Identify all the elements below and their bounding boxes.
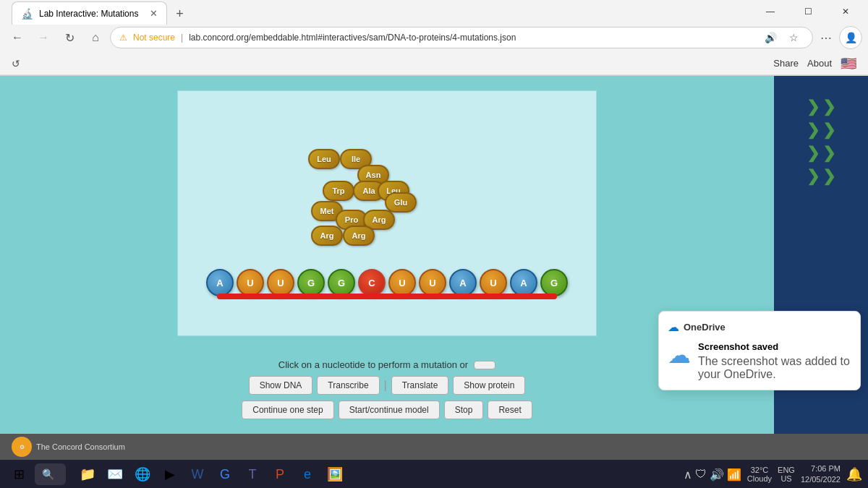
url-text: lab.concord.org/embeddable.html#interact… xyxy=(189,33,516,43)
stop-button[interactable]: Stop xyxy=(444,401,484,419)
nucleotide-3[interactable]: G xyxy=(297,269,325,296)
read-aloud-icon[interactable]: 🔊 xyxy=(760,27,780,48)
amino-acid-arg3: Arg xyxy=(343,226,375,246)
taskbar-powerpoint[interactable]: P xyxy=(267,461,293,487)
time: 7:06 PM xyxy=(801,463,841,474)
show-dna-button[interactable]: Show DNA xyxy=(249,376,313,395)
network-icon[interactable]: 📶 xyxy=(727,468,741,481)
taskbar-search[interactable]: 🔍 xyxy=(35,463,66,485)
new-tab-button[interactable]: + xyxy=(169,3,190,25)
region: US xyxy=(778,474,795,483)
language-flag: 🇺🇸 xyxy=(841,56,856,72)
chevron-8: ❯ xyxy=(822,167,835,186)
about-label[interactable]: About xyxy=(807,58,832,69)
address-bar-row: ← → ↻ ⌂ ⚠ Not secure | lab.concord.org/e… xyxy=(0,23,868,52)
nucleotide-1[interactable]: U xyxy=(237,269,264,296)
nucleotide-11[interactable]: G xyxy=(540,269,568,296)
nucleotide-9[interactable]: U xyxy=(480,269,507,296)
onedrive-notification: ☁ OneDrive ☁ Screenshot saved The screen… xyxy=(658,311,861,390)
address-bar[interactable]: ⚠ Not secure | lab.concord.org/embeddabl… xyxy=(110,27,813,48)
show-protein-button[interactable]: Show protein xyxy=(453,376,525,395)
chevron-1: ❯ xyxy=(807,98,820,116)
onedrive-title: Screenshot saved xyxy=(698,341,851,352)
lang-region: ENG US xyxy=(778,466,795,483)
nucleotide-7[interactable]: U xyxy=(419,269,446,296)
concord-logo: ⊙ The Concord Consortium xyxy=(12,437,125,457)
datetime: 7:06 PM 12/05/2022 xyxy=(801,463,841,486)
up-arrow-icon[interactable]: ∧ xyxy=(684,468,692,481)
system-tray: ∧ 🛡 🔊 📶 xyxy=(684,468,741,481)
tab-favicon: 🔬 xyxy=(21,8,33,20)
taskbar-mail[interactable]: ✉️ xyxy=(102,461,128,487)
address-bar-actions: 🔊 ☆ xyxy=(760,27,804,48)
onedrive-body: The screenshot was added to your OneDriv… xyxy=(698,355,851,381)
taskbar-teams[interactable]: T xyxy=(239,461,265,487)
active-tab[interactable]: 🔬 Lab Interactive: Mutations ✕ xyxy=(12,1,167,25)
taskbar-browser2[interactable]: e xyxy=(294,461,320,487)
back-button[interactable]: ← xyxy=(6,26,29,49)
volume-icon[interactable]: 🔊 xyxy=(710,468,724,481)
profile-avatar[interactable]: 👤 xyxy=(839,26,862,49)
minimize-button[interactable]: — xyxy=(754,0,787,23)
concord-name: The Concord Consortium xyxy=(36,442,125,451)
concord-footer: ⊙ The Concord Consortium xyxy=(0,434,868,460)
taskbar-word[interactable]: W xyxy=(184,461,210,487)
forward-button[interactable]: → xyxy=(32,26,55,49)
shield-icon: 🛡 xyxy=(695,468,707,481)
temp: 32°C xyxy=(747,466,772,474)
taskbar-google[interactable]: G xyxy=(212,461,238,487)
onedrive-cloud-icon: ☁ xyxy=(668,320,679,334)
nucleotide-0[interactable]: A xyxy=(206,269,234,296)
photos-icon: 🖼️ xyxy=(327,466,343,482)
start-continue-model-button[interactable]: Start/continue model xyxy=(339,401,440,419)
taskbar-media[interactable]: ▶ xyxy=(157,461,183,487)
reload-icon[interactable]: ↺ xyxy=(12,58,20,69)
chevron-2: ❯ xyxy=(822,98,835,116)
taskbar-browser[interactable]: 🌐 xyxy=(129,461,156,487)
ppt-icon: P xyxy=(276,467,284,482)
toolbar-row: ↺ Share About 🇺🇸 xyxy=(0,52,868,75)
onedrive-large-icon: ☁ xyxy=(668,341,691,381)
nucleotide-2[interactable]: U xyxy=(267,269,294,296)
taskbar: ⊞ 🔍 📁 ✉️ 🌐 ▶ W G T P e 🖼️ ∧ 🛡 🔊 📶 32°C C… xyxy=(0,460,868,488)
refresh-button[interactable]: ↻ xyxy=(58,26,81,49)
dna-strand: A U U G G C U U A U A G xyxy=(178,269,596,299)
amino-acid-leu1: Leu xyxy=(308,149,340,169)
tab-close-icon[interactable]: ✕ xyxy=(150,8,158,19)
close-button[interactable]: ✕ xyxy=(829,0,862,23)
maximize-button[interactable]: ☐ xyxy=(791,0,825,23)
instruction-text: Click on a nucleotide to perform a mutat… xyxy=(278,359,468,370)
share-label[interactable]: Share xyxy=(773,58,799,69)
home-button[interactable]: ⌂ xyxy=(84,26,107,49)
security-icon: ⚠ xyxy=(119,33,127,43)
more-options-button[interactable]: ⋯ xyxy=(816,27,836,48)
search-icon: 🔍 xyxy=(42,468,54,480)
taskbar-photos[interactable]: 🖼️ xyxy=(322,461,348,487)
controls-area: Click on a nucleotide to perform a mutat… xyxy=(14,359,760,419)
notification-badge[interactable]: 🔔 xyxy=(846,466,862,482)
nucleotide-6[interactable]: U xyxy=(388,269,416,296)
simulation-canvas: Leu Ile Asn Trp Ala Leu Met Glu Pro Arg … xyxy=(177,90,597,336)
amino-acid-glu: Glu xyxy=(385,192,417,213)
nucleotide-5[interactable]: C xyxy=(358,269,386,296)
condition: Cloudy xyxy=(747,474,772,483)
chevron-4: ❯ xyxy=(822,121,835,140)
nucleotide-10[interactable]: A xyxy=(510,269,537,296)
nucleotide-8[interactable]: A xyxy=(449,269,477,296)
weather-widget: 32°C Cloudy xyxy=(747,466,772,483)
files-icon: 📁 xyxy=(80,466,95,482)
continue-one-step-button[interactable]: Continue one step xyxy=(242,401,333,419)
start-button[interactable]: ⊞ xyxy=(6,461,32,487)
title-bar: 🔬 Lab Interactive: Mutations ✕ + — ☐ ✕ xyxy=(0,0,868,23)
edit-dna-button[interactable] xyxy=(474,361,495,369)
translate-button[interactable]: Translate xyxy=(391,376,449,395)
transcribe-button[interactable]: Transcribe xyxy=(317,376,379,395)
amino-acid-trp: Trp xyxy=(323,181,354,201)
profile-icon: 👤 xyxy=(845,32,857,43)
chevron-group: ❯ ❯ ❯ ❯ ❯ ❯ ❯ ❯ xyxy=(807,98,835,186)
nucleotide-4[interactable]: G xyxy=(328,269,355,296)
add-favorite-icon[interactable]: ☆ xyxy=(783,27,804,48)
taskbar-files[interactable]: 📁 xyxy=(75,461,101,487)
reset-button[interactable]: Reset xyxy=(488,401,532,419)
button-row-2: Continue one step Start/continue model S… xyxy=(242,401,532,419)
